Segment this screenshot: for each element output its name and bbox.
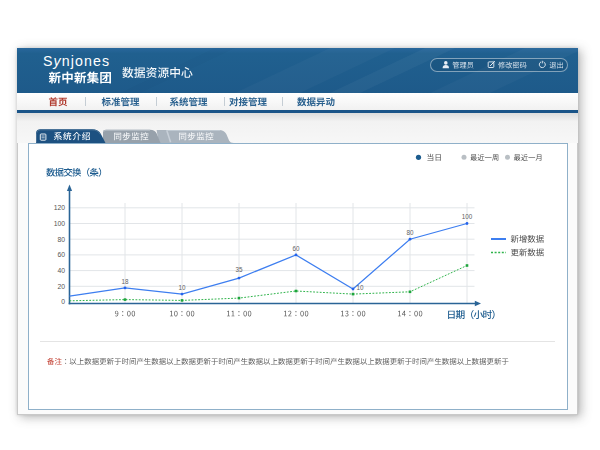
svg-text:10: 10 (178, 284, 186, 291)
svg-text:80: 80 (57, 236, 65, 243)
svg-text:35: 35 (235, 266, 243, 273)
svg-text:60: 60 (57, 251, 65, 258)
svg-text:Synjones: Synjones (43, 53, 110, 69)
svg-text:40: 40 (57, 267, 65, 274)
svg-text:60: 60 (292, 245, 300, 252)
svg-text:120: 120 (54, 204, 66, 211)
svg-text:100: 100 (462, 213, 473, 220)
svg-text:0: 0 (61, 298, 65, 305)
svg-text:80: 80 (406, 229, 414, 236)
svg-text:100: 100 (54, 220, 66, 227)
svg-text:10: 10 (356, 284, 364, 291)
svg-text:20: 20 (57, 283, 65, 290)
svg-text:18: 18 (121, 278, 129, 285)
